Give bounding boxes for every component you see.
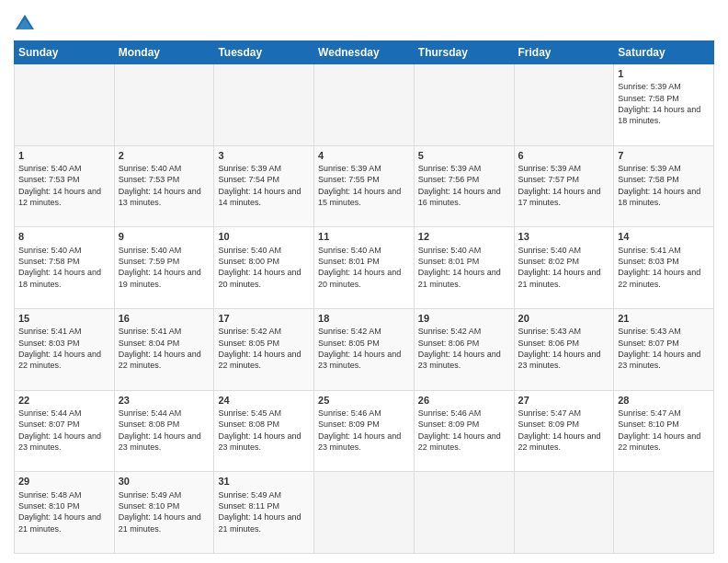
calendar-cell: 19Sunrise: 5:42 AM Sunset: 8:06 PM Dayli… bbox=[414, 308, 514, 390]
day-number: 23 bbox=[119, 394, 210, 407]
day-info: Sunrise: 5:48 AM Sunset: 8:10 PM Dayligh… bbox=[18, 490, 101, 534]
day-number: 25 bbox=[318, 394, 410, 407]
calendar-cell: 5Sunrise: 5:39 AM Sunset: 7:56 PM Daylig… bbox=[414, 145, 514, 227]
calendar-cell: 24Sunrise: 5:45 AM Sunset: 8:08 PM Dayli… bbox=[214, 390, 314, 472]
day-info: Sunrise: 5:40 AM Sunset: 8:01 PM Dayligh… bbox=[318, 246, 401, 289]
page: SundayMondayTuesdayWednesdayThursdayFrid… bbox=[0, 0, 728, 563]
day-info: Sunrise: 5:40 AM Sunset: 8:00 PM Dayligh… bbox=[218, 246, 301, 289]
calendar-cell: 12Sunrise: 5:40 AM Sunset: 8:01 PM Dayli… bbox=[414, 227, 514, 309]
calendar-cell: 16Sunrise: 5:41 AM Sunset: 8:04 PM Dayli… bbox=[114, 308, 214, 390]
day-number: 21 bbox=[618, 312, 710, 325]
day-number: 6 bbox=[518, 149, 610, 162]
day-number: 16 bbox=[119, 312, 210, 325]
calendar-cell bbox=[614, 472, 714, 554]
calendar-table: SundayMondayTuesdayWednesdayThursdayFrid… bbox=[14, 40, 714, 554]
calendar-cell: 17Sunrise: 5:42 AM Sunset: 8:05 PM Dayli… bbox=[214, 308, 314, 390]
day-info: Sunrise: 5:40 AM Sunset: 7:53 PM Dayligh… bbox=[119, 164, 201, 207]
weekday-header: Sunday bbox=[15, 41, 115, 64]
calendar-cell: 18Sunrise: 5:42 AM Sunset: 8:05 PM Dayli… bbox=[314, 308, 415, 390]
day-number: 28 bbox=[618, 394, 710, 407]
weekday-header: Wednesday bbox=[314, 41, 415, 64]
calendar-cell: 26Sunrise: 5:46 AM Sunset: 8:09 PM Dayli… bbox=[414, 390, 514, 472]
calendar-cell: 10Sunrise: 5:40 AM Sunset: 8:00 PM Dayli… bbox=[214, 227, 314, 309]
logo-icon bbox=[14, 13, 36, 35]
calendar-cell: 3Sunrise: 5:39 AM Sunset: 7:54 PM Daylig… bbox=[214, 145, 314, 227]
day-number: 29 bbox=[18, 475, 110, 488]
calendar-cell: 8Sunrise: 5:40 AM Sunset: 7:58 PM Daylig… bbox=[15, 227, 115, 309]
day-info: Sunrise: 5:45 AM Sunset: 8:08 PM Dayligh… bbox=[218, 408, 301, 452]
day-number: 1 bbox=[618, 67, 710, 80]
header bbox=[14, 9, 714, 35]
calendar-cell: 29Sunrise: 5:48 AM Sunset: 8:10 PM Dayli… bbox=[15, 472, 115, 554]
day-number: 3 bbox=[218, 149, 310, 162]
day-number: 12 bbox=[418, 230, 510, 243]
calendar-cell: 1Sunrise: 5:40 AM Sunset: 7:53 PM Daylig… bbox=[15, 145, 115, 227]
day-info: Sunrise: 5:47 AM Sunset: 8:10 PM Dayligh… bbox=[618, 408, 700, 452]
day-info: Sunrise: 5:39 AM Sunset: 7:56 PM Dayligh… bbox=[418, 164, 501, 207]
day-number: 19 bbox=[418, 312, 510, 325]
day-number: 15 bbox=[18, 312, 110, 325]
day-info: Sunrise: 5:39 AM Sunset: 7:58 PM Dayligh… bbox=[618, 164, 700, 207]
day-number: 14 bbox=[618, 230, 710, 243]
day-number: 7 bbox=[618, 149, 710, 162]
logo bbox=[14, 13, 40, 35]
day-info: Sunrise: 5:44 AM Sunset: 8:08 PM Dayligh… bbox=[119, 408, 201, 452]
day-number: 2 bbox=[119, 149, 210, 162]
day-number: 5 bbox=[418, 149, 510, 162]
day-number: 22 bbox=[18, 394, 110, 407]
day-number: 1 bbox=[18, 149, 110, 162]
day-info: Sunrise: 5:42 AM Sunset: 8:05 PM Dayligh… bbox=[318, 327, 401, 370]
calendar-cell: 4Sunrise: 5:39 AM Sunset: 7:55 PM Daylig… bbox=[314, 145, 415, 227]
day-info: Sunrise: 5:44 AM Sunset: 8:07 PM Dayligh… bbox=[18, 408, 101, 452]
weekday-header: Friday bbox=[514, 41, 614, 64]
day-info: Sunrise: 5:39 AM Sunset: 7:54 PM Dayligh… bbox=[218, 164, 301, 207]
calendar-cell bbox=[214, 64, 314, 146]
weekday-header: Tuesday bbox=[214, 41, 314, 64]
day-number: 8 bbox=[18, 230, 110, 243]
calendar-cell: 6Sunrise: 5:39 AM Sunset: 7:57 PM Daylig… bbox=[514, 145, 614, 227]
calendar-cell: 2Sunrise: 5:40 AM Sunset: 7:53 PM Daylig… bbox=[114, 145, 214, 227]
calendar-cell: 11Sunrise: 5:40 AM Sunset: 8:01 PM Dayli… bbox=[314, 227, 415, 309]
day-info: Sunrise: 5:40 AM Sunset: 8:02 PM Dayligh… bbox=[518, 246, 601, 289]
day-info: Sunrise: 5:41 AM Sunset: 8:03 PM Dayligh… bbox=[18, 327, 101, 370]
day-info: Sunrise: 5:49 AM Sunset: 8:11 PM Dayligh… bbox=[218, 490, 301, 534]
calendar-cell bbox=[314, 64, 415, 146]
day-info: Sunrise: 5:40 AM Sunset: 7:59 PM Dayligh… bbox=[119, 246, 201, 289]
day-info: Sunrise: 5:42 AM Sunset: 8:06 PM Dayligh… bbox=[418, 327, 501, 370]
calendar-cell: 20Sunrise: 5:43 AM Sunset: 8:06 PM Dayli… bbox=[514, 308, 614, 390]
day-info: Sunrise: 5:39 AM Sunset: 7:58 PM Dayligh… bbox=[618, 82, 700, 125]
day-info: Sunrise: 5:43 AM Sunset: 8:07 PM Dayligh… bbox=[618, 327, 700, 370]
calendar-cell bbox=[514, 64, 614, 146]
day-number: 9 bbox=[119, 230, 210, 243]
calendar-cell bbox=[114, 64, 214, 146]
day-number: 11 bbox=[318, 230, 410, 243]
day-info: Sunrise: 5:41 AM Sunset: 8:03 PM Dayligh… bbox=[618, 246, 700, 289]
day-number: 18 bbox=[318, 312, 410, 325]
day-info: Sunrise: 5:40 AM Sunset: 8:01 PM Dayligh… bbox=[418, 246, 501, 289]
calendar-cell: 25Sunrise: 5:46 AM Sunset: 8:09 PM Dayli… bbox=[314, 390, 415, 472]
calendar-cell: 30Sunrise: 5:49 AM Sunset: 8:10 PM Dayli… bbox=[114, 472, 214, 554]
calendar-cell bbox=[414, 64, 514, 146]
calendar-cell: 31Sunrise: 5:49 AM Sunset: 8:11 PM Dayli… bbox=[214, 472, 314, 554]
calendar-cell: 13Sunrise: 5:40 AM Sunset: 8:02 PM Dayli… bbox=[514, 227, 614, 309]
day-info: Sunrise: 5:39 AM Sunset: 7:55 PM Dayligh… bbox=[318, 164, 401, 207]
day-info: Sunrise: 5:42 AM Sunset: 8:05 PM Dayligh… bbox=[218, 327, 301, 370]
calendar-cell: 22Sunrise: 5:44 AM Sunset: 8:07 PM Dayli… bbox=[15, 390, 115, 472]
calendar-cell: 21Sunrise: 5:43 AM Sunset: 8:07 PM Dayli… bbox=[614, 308, 714, 390]
day-info: Sunrise: 5:46 AM Sunset: 8:09 PM Dayligh… bbox=[318, 408, 401, 452]
day-info: Sunrise: 5:49 AM Sunset: 8:10 PM Dayligh… bbox=[119, 490, 201, 534]
weekday-header: Monday bbox=[114, 41, 214, 64]
calendar-cell: 28Sunrise: 5:47 AM Sunset: 8:10 PM Dayli… bbox=[614, 390, 714, 472]
calendar-cell bbox=[414, 472, 514, 554]
day-number: 20 bbox=[518, 312, 610, 325]
calendar-cell: 27Sunrise: 5:47 AM Sunset: 8:09 PM Dayli… bbox=[514, 390, 614, 472]
day-info: Sunrise: 5:47 AM Sunset: 8:09 PM Dayligh… bbox=[518, 408, 601, 452]
calendar-cell bbox=[15, 64, 115, 146]
day-info: Sunrise: 5:39 AM Sunset: 7:57 PM Dayligh… bbox=[518, 164, 601, 207]
calendar-cell: 15Sunrise: 5:41 AM Sunset: 8:03 PM Dayli… bbox=[15, 308, 115, 390]
calendar-cell: 23Sunrise: 5:44 AM Sunset: 8:08 PM Dayli… bbox=[114, 390, 214, 472]
weekday-header: Saturday bbox=[614, 41, 714, 64]
day-info: Sunrise: 5:41 AM Sunset: 8:04 PM Dayligh… bbox=[119, 327, 201, 370]
weekday-header: Thursday bbox=[414, 41, 514, 64]
day-number: 24 bbox=[218, 394, 310, 407]
